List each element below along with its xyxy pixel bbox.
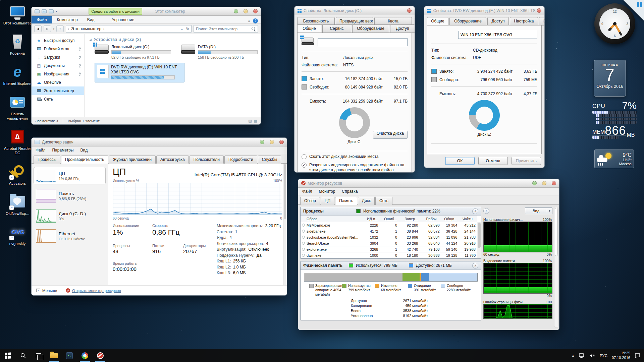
thumbnail-view-icon[interactable]: ▦ <box>254 119 257 123</box>
up-button[interactable]: ↑ <box>56 25 64 32</box>
taskbar-app-file-explorer[interactable] <box>46 349 62 362</box>
tab-sharing[interactable]: Доступ <box>390 24 415 33</box>
taskbar-clock[interactable]: 19:2507.10.2016 <box>612 351 630 360</box>
tab-cpu[interactable]: ЦП <box>321 197 335 205</box>
tab-view[interactable]: Вид <box>83 16 99 23</box>
tab-performance[interactable]: Производительность <box>61 156 108 164</box>
fewer-details-button[interactable]: ▴Меньше <box>36 289 57 293</box>
search-input[interactable]: Поиск: Этот компьютер <box>194 25 258 33</box>
process-row[interactable]: sidebar.exe 4172138 84460 57236 42824 14… <box>301 228 477 234</box>
sidebar-item-network[interactable]: Сеть <box>32 95 84 103</box>
expand-panel-icon[interactable]: › <box>483 208 489 214</box>
qat-properties-icon[interactable]: ✓ <box>42 9 47 13</box>
group-header[interactable]: ◢Устройства и диски (3) <box>89 37 257 42</box>
process-row[interactable]: dwm.exe 1000018 18030 88819 12811 760 <box>301 252 477 258</box>
tab-file[interactable]: Файл <box>32 16 52 23</box>
process-row[interactable]: SearchUI.exe 3904033 26865 04044 12420 9… <box>301 240 477 246</box>
weather-gadget[interactable]: 9°C 11°/8° Москва <box>594 149 634 168</box>
tab-app-history[interactable]: Журнал приложений <box>109 156 156 164</box>
sidebar-item-onedrive[interactable]: ☁OneDrive <box>32 78 84 86</box>
corner-windows-icon[interactable] <box>637 2 642 7</box>
tab-general[interactable]: Общие <box>427 17 448 25</box>
tab-memory[interactable]: Память <box>335 197 357 205</box>
task-view-button[interactable] <box>31 349 46 362</box>
tab-computer[interactable]: Компьютер <box>52 16 83 23</box>
desktop-icon-acrobat[interactable]: ∆Acrobat Reader DC <box>2 128 33 155</box>
minimize-button[interactable] <box>532 181 537 185</box>
cancel-button[interactable]: Отмена <box>478 157 508 165</box>
address-bar[interactable]: › Этот компьютер › ⌄↻ <box>66 25 192 33</box>
close-button[interactable] <box>279 140 284 144</box>
dialog-titlebar[interactable]: Свойства: DVD RW дисковод (E:) WIN 10 EN… <box>424 6 544 15</box>
memory-meter-gadget[interactable]: MEM866MB <box>592 126 638 138</box>
desktop-icon-oldnewexplorer[interactable]: ↗OldNewExp... <box>2 193 33 216</box>
ribbon-collapse-icon[interactable]: ∧ <box>248 19 250 23</box>
desktop-icon-this-pc[interactable]: Этот компьютер <box>2 3 33 25</box>
minimize-button[interactable] <box>260 140 264 144</box>
apply-button[interactable]: Применить <box>512 157 541 165</box>
tab-manage[interactable]: Управление <box>107 16 139 23</box>
perf-card-memory[interactable]: Память0,8/3,5 ГБ (23%) <box>34 187 106 204</box>
sidebar-item-desktop[interactable]: Рабочий стол <box>32 45 84 53</box>
drive-item-e-selected[interactable]: DVD RW дисковод (E:) WIN 10 ENT X86 LTSB… <box>95 63 184 82</box>
disk-cleanup-button[interactable]: Очистка диска <box>373 131 408 139</box>
row-checkbox[interactable] <box>302 248 305 251</box>
action-center-icon[interactable] <box>635 353 641 358</box>
explorer-titlebar[interactable]: ✓ ▾ Средства работы с дисками Этот компь… <box>32 7 261 16</box>
desktop-icon-ovgorskiy[interactable]: OVG↗ovgorskiy <box>2 223 33 246</box>
menu-help[interactable]: Справка <box>342 189 358 194</box>
sidebar-item-downloads[interactable]: ↓Загрузки <box>32 53 84 61</box>
desktop-icon-internet-explorer[interactable]: eInternet Explorer <box>2 63 33 86</box>
process-row[interactable]: explorer.exe 3268142 74079 10859 14019 9… <box>301 246 477 252</box>
taskbar-app-task-manager[interactable] <box>77 349 93 362</box>
contextual-tab-drive-tools[interactable]: Средства работы с дисками <box>89 8 142 15</box>
tab-quota[interactable]: Квота <box>374 17 412 25</box>
task-manager-scrollbar[interactable] <box>283 164 286 285</box>
row-checkbox[interactable] <box>302 230 305 233</box>
desktop-icon-recycle-bin[interactable]: ♻Корзина <box>2 33 33 56</box>
tab-processes[interactable]: Процессы <box>34 156 60 164</box>
list-view-icon[interactable]: ▤ <box>248 119 252 123</box>
menu-view[interactable]: Вид <box>80 148 88 153</box>
forward-button[interactable]: ▶ <box>44 25 51 32</box>
perf-card-ethernet[interactable]: EthernetО: 0 П: 0 кбит/с <box>34 227 106 245</box>
language-indicator[interactable]: РУС <box>600 354 607 358</box>
tab-hardware[interactable]: Оборудование <box>352 24 389 33</box>
breadcrumb[interactable]: Этот компьютер <box>71 26 101 31</box>
tab-services[interactable]: Службы <box>258 156 281 164</box>
calendar-gadget[interactable]: пятница 7 Октябрь 2016 <box>594 60 626 97</box>
refresh-icon[interactable]: ↻ <box>186 27 189 31</box>
desktop-icon-control-panel[interactable]: Панель управления <box>2 94 33 121</box>
menu-file[interactable]: Файл <box>36 148 46 153</box>
history-dropdown-icon[interactable]: ▾ <box>53 27 54 31</box>
row-checkbox[interactable] <box>302 254 305 257</box>
tab-previous-versions[interactable]: Предыдущие версии <box>336 17 373 25</box>
minimize-button[interactable] <box>234 9 238 13</box>
sidebar-item-this-pc[interactable]: Этот компьютер <box>32 86 84 95</box>
taskbar-app-resource-monitor[interactable] <box>93 349 108 362</box>
qat-dropdown-icon[interactable]: ▾ <box>56 10 57 13</box>
tab-recording[interactable]: Запись <box>539 17 545 25</box>
sidebar-item-documents[interactable]: ▤Документы <box>32 61 84 70</box>
tray-overflow-icon[interactable]: ▲ <box>572 354 575 357</box>
tab-security[interactable]: Безопасность <box>297 17 335 25</box>
tab-network[interactable]: Сеть <box>375 197 392 205</box>
taskbar-search-button[interactable] <box>15 349 31 362</box>
perf-card-cpu[interactable]: ЦП1% 0,86 ГГц <box>34 167 106 184</box>
volume-label-input[interactable] <box>458 31 537 39</box>
maximize-button[interactable] <box>244 9 248 13</box>
tab-hardware[interactable]: Оборудование <box>449 17 486 25</box>
clock-gadget[interactable]: 12 3 6 9 <box>594 3 635 44</box>
drive-item-d[interactable]: DATA (D:) 158 ГБ свободно из 200 ГБ <box>181 45 258 59</box>
process-row[interactable]: svchost.exe (LocalSystemNet... 1032023 9… <box>301 234 477 240</box>
qat-computer-icon[interactable] <box>35 9 40 13</box>
open-resource-monitor-link[interactable]: Открыть монитор ресурсов <box>66 288 121 293</box>
back-button[interactable]: ◀ <box>34 25 42 32</box>
address-dropdown-icon[interactable]: ⌄ <box>180 27 183 31</box>
dialog-titlebar[interactable]: Свойства: Локальный диск (C:) <box>294 6 415 15</box>
close-button[interactable] <box>552 181 556 185</box>
menu-file[interactable]: Файл <box>302 189 312 194</box>
resource-monitor-titlebar[interactable]: Монитор ресурсов <box>298 179 559 188</box>
resource-monitor-scrollbar[interactable] <box>554 207 558 328</box>
collapse-chevron-icon[interactable]: ∧ <box>472 263 478 268</box>
